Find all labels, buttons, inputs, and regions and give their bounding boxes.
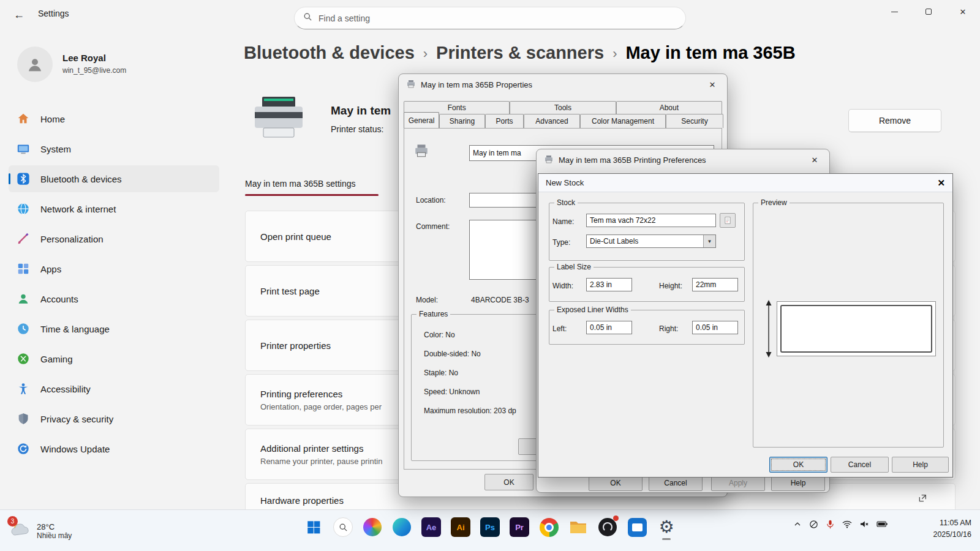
printer-icon [544, 154, 554, 166]
running-indicator [662, 538, 671, 540]
dropdown-arrow-icon[interactable]: ▼ [703, 235, 715, 247]
windows-logo-icon [306, 519, 322, 535]
type-label: Type: [552, 238, 570, 247]
sidebar-item-accessibility[interactable]: Accessibility [9, 375, 219, 402]
dnd-icon[interactable] [809, 519, 819, 532]
sidebar-item-time-language[interactable]: Time & language [9, 315, 219, 342]
remove-button[interactable]: Remove [848, 109, 941, 132]
weather-widget[interactable]: 3 28°C Nhiều mây [5, 515, 77, 547]
feature-color: Color: No [424, 331, 455, 339]
taskbar-icon-edge[interactable] [389, 514, 415, 541]
manage-stock-button[interactable] [720, 213, 736, 228]
sidebar-item-home[interactable]: Home [9, 105, 219, 132]
feature-max-resolution: Maximum resolution: 203 dp [424, 407, 516, 415]
back-button[interactable]: ← [9, 5, 29, 24]
clock[interactable]: 11:05 AM 2025/10/16 [933, 517, 971, 541]
avatar[interactable] [17, 47, 53, 82]
tab-sharing[interactable]: Sharing [439, 114, 485, 128]
new-stock-dialog: New Stock ✕ Stock Name: Type: Die-Cut La… [538, 173, 953, 478]
printer-name: May in tem [331, 104, 391, 118]
stock-type-combobox[interactable]: Die-Cut Labels ▼ [586, 234, 716, 248]
tab-about[interactable]: About [616, 101, 722, 114]
titlebar: ← Settings ✕ [0, 0, 980, 29]
xbox-icon [16, 351, 31, 366]
breadcrumb-printers-scanners[interactable]: Printers & scanners [436, 43, 604, 63]
search-box[interactable] [294, 7, 686, 29]
close-button[interactable]: ✕ [946, 0, 980, 23]
wifi-icon[interactable] [842, 519, 853, 532]
external-link-icon[interactable] [918, 493, 927, 506]
tray-chevron-up-icon[interactable] [793, 519, 802, 531]
page-title: May in tem ma 365B [625, 43, 795, 63]
sidebar-item-bluetooth-devices[interactable]: Bluetooth & devices [9, 165, 219, 192]
search-input[interactable] [318, 13, 677, 23]
minimize-button[interactable] [877, 0, 911, 23]
comment-label: Comment: [416, 222, 450, 231]
search-icon [303, 12, 312, 24]
tab-color-management[interactable]: Color Management [580, 114, 666, 128]
tab-general[interactable]: General [404, 112, 439, 128]
maximize-button[interactable] [911, 0, 946, 23]
apps-grid-icon [16, 261, 31, 276]
close-button[interactable]: ✕ [802, 151, 827, 169]
sidebar-item-label: System [40, 144, 71, 154]
sidebar-item-personalization[interactable]: Personalization [9, 225, 219, 252]
illustrator-icon: Ai [451, 517, 470, 537]
width-label: Width: [552, 282, 573, 290]
taskbar-icon-illustrator[interactable]: Ai [448, 514, 473, 541]
tab-ports[interactable]: Ports [485, 114, 524, 128]
sidebar-item-label: Accounts [40, 294, 78, 304]
sidebar-item-gaming[interactable]: Gaming [9, 345, 219, 372]
name-label: Name: [552, 217, 574, 226]
taskbar-icon-copilot[interactable] [360, 514, 385, 541]
sidebar-item-network-internet[interactable]: Network & internet [9, 195, 219, 222]
height-input[interactable] [692, 278, 738, 291]
ok-button[interactable]: OK [484, 474, 533, 490]
breadcrumb: Bluetooth & devices › Printers & scanner… [244, 43, 796, 63]
sidebar-item-accounts[interactable]: Accounts [9, 285, 219, 312]
sidebar-item-label: Time & language [40, 324, 110, 334]
ok-button[interactable]: OK [769, 457, 827, 473]
sidebar-item-privacy-security[interactable]: Privacy & security [9, 405, 219, 432]
volume-muted-icon[interactable] [859, 519, 870, 532]
cancel-button[interactable]: Cancel [831, 457, 889, 473]
photoshop-icon: Ps [480, 517, 500, 537]
tab-advanced[interactable]: Advanced [524, 114, 580, 128]
close-button[interactable]: ✕ [700, 75, 725, 94]
properties-dialog-titlebar[interactable]: May in tem ma 365B Properties ✕ [399, 74, 727, 95]
width-input[interactable] [586, 278, 632, 291]
printer-icon [406, 79, 416, 91]
taskbar-icon-obs[interactable] [595, 514, 620, 541]
right-input[interactable] [692, 321, 738, 334]
close-icon: ✕ [812, 156, 818, 165]
preview-group: Preview [753, 203, 944, 448]
start-button[interactable] [301, 514, 326, 541]
battery-icon[interactable] [876, 519, 888, 531]
taskbar-icon-settings[interactable]: ⚙ [654, 514, 679, 541]
sidebar-item-apps[interactable]: Apps [9, 255, 219, 282]
capture-tool-icon [628, 518, 647, 537]
sidebar-item-system[interactable]: System [9, 135, 219, 162]
left-input[interactable] [586, 321, 632, 334]
taskbar-icon-capture-tool[interactable] [624, 514, 650, 541]
preferences-dialog-titlebar[interactable]: May in tem ma 365B Printing Preferences … [537, 149, 829, 170]
taskbar-search-button[interactable] [330, 514, 356, 541]
new-stock-titlebar[interactable]: New Stock ✕ [538, 174, 952, 192]
microphone-icon[interactable] [825, 519, 835, 532]
clock-icon [16, 321, 31, 336]
breadcrumb-bluetooth-devices[interactable]: Bluetooth & devices [244, 43, 415, 63]
stock-name-input[interactable] [586, 214, 716, 227]
liner-widths-group-label: Exposed Liner Widths [554, 305, 631, 314]
taskbar-icon-premiere[interactable]: Pr [507, 514, 532, 541]
tab-security[interactable]: Security [666, 114, 723, 128]
taskbar-icon-after-effects[interactable]: Ae [418, 514, 444, 541]
taskbar-icon-file-explorer[interactable] [565, 514, 591, 541]
tab-tools[interactable]: Tools [510, 101, 616, 114]
sidebar-item-windows-update[interactable]: Windows Update [9, 435, 219, 462]
taskbar-icon-chrome[interactable] [536, 514, 562, 541]
close-button[interactable]: ✕ [929, 178, 945, 189]
time: 11:05 AM [933, 517, 971, 529]
help-button[interactable]: Help [892, 457, 949, 473]
premiere-icon: Pr [510, 517, 529, 537]
taskbar-icon-photoshop[interactable]: Ps [477, 514, 503, 541]
